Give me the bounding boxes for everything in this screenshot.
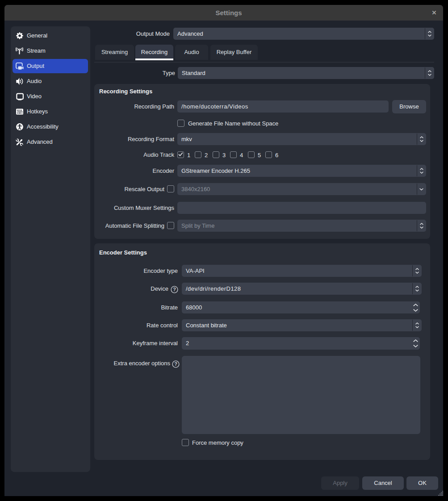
svg-text:?: ? (174, 361, 177, 367)
svg-text:?: ? (173, 287, 176, 292)
